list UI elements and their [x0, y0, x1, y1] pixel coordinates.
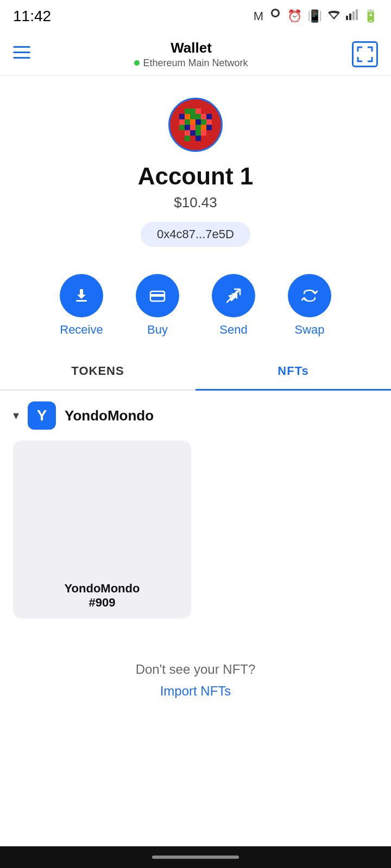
svg-rect-0	[346, 16, 348, 20]
status-icons: M ⏰ 📳 🔋	[254, 8, 378, 24]
import-hint: Don't see your NFT?	[11, 662, 380, 677]
svg-rect-29	[185, 130, 190, 136]
svg-rect-24	[185, 125, 190, 130]
svg-rect-16	[206, 114, 212, 119]
buy-button[interactable]	[136, 274, 179, 317]
svg-rect-21	[201, 119, 206, 125]
svg-rect-5	[13, 52, 30, 53]
svg-rect-20	[195, 119, 201, 125]
svg-rect-28	[206, 125, 212, 130]
svg-rect-25	[190, 125, 195, 130]
swap-label: Swap	[294, 323, 324, 337]
hamburger-menu-icon[interactable]	[13, 46, 30, 63]
send-label: Send	[219, 323, 247, 337]
svg-rect-33	[185, 136, 190, 141]
action-buttons: Receive Buy Send	[0, 258, 391, 348]
svg-rect-1	[349, 14, 351, 20]
nav-center: Wallet Ethereum Main Network	[134, 40, 248, 69]
signal-icon	[346, 9, 358, 23]
account-balance: $10.43	[174, 194, 217, 211]
tab-nfts[interactable]: NFTs	[195, 353, 391, 391]
send-button[interactable]	[212, 274, 255, 317]
avatar	[168, 98, 223, 152]
status-bar: 11:42 M ⏰ 📳 🔋	[0, 0, 391, 33]
svg-rect-8	[185, 108, 190, 114]
svg-rect-34	[195, 136, 201, 141]
svg-rect-27	[201, 125, 206, 130]
alarm-icon: ⏰	[287, 9, 302, 23]
svg-rect-15	[201, 114, 206, 119]
nav-title: Wallet	[171, 40, 212, 56]
account-section: Account 1 $10.43 0x4c87...7e5D	[0, 76, 391, 258]
receive-action[interactable]: Receive	[60, 274, 103, 337]
svg-rect-3	[356, 9, 358, 20]
network-status-dot	[134, 60, 140, 66]
svg-rect-22	[206, 119, 212, 125]
svg-rect-30	[190, 130, 195, 136]
svg-rect-35	[76, 300, 87, 302]
receive-label: Receive	[60, 323, 103, 337]
svg-rect-18	[185, 119, 190, 125]
svg-rect-37	[150, 294, 165, 297]
status-time: 11:42	[13, 8, 51, 25]
notification-icon	[269, 8, 282, 24]
qr-code-button[interactable]	[352, 41, 378, 67]
nft-title: YondoMondo#909	[65, 582, 140, 610]
account-address[interactable]: 0x4c87...7e5D	[141, 222, 250, 247]
send-action[interactable]: Send	[212, 274, 255, 337]
nav-network[interactable]: Ethereum Main Network	[134, 58, 248, 69]
svg-rect-26	[195, 125, 201, 130]
buy-action[interactable]: Buy	[136, 274, 179, 337]
chevron-down-icon[interactable]: ▾	[13, 409, 19, 423]
svg-rect-12	[185, 114, 190, 119]
svg-rect-17	[179, 119, 185, 125]
gmail-icon: M	[254, 9, 263, 23]
nft-card[interactable]: YondoMondo#909	[13, 441, 191, 618]
collection-name: YondoMondo	[65, 407, 154, 424]
nft-grid: YondoMondo#909	[13, 441, 378, 618]
swap-action[interactable]: Swap	[288, 274, 331, 337]
tab-tokens[interactable]: TOKENS	[0, 353, 195, 390]
svg-rect-9	[190, 108, 195, 114]
bottom-bar	[0, 846, 391, 868]
home-indicator	[152, 856, 239, 859]
svg-rect-10	[195, 108, 201, 114]
svg-rect-13	[190, 114, 195, 119]
svg-rect-14	[195, 114, 201, 119]
svg-rect-2	[352, 11, 355, 20]
collection-icon: Y	[28, 401, 56, 430]
tabs: TOKENS NFTs	[0, 353, 391, 391]
svg-rect-31	[195, 130, 201, 136]
network-name: Ethereum Main Network	[143, 58, 248, 69]
vibrate-icon: 📳	[307, 9, 322, 23]
nft-content: ▾ Y YondoMondo YondoMondo#909	[0, 391, 391, 629]
svg-rect-23	[179, 125, 185, 130]
buy-label: Buy	[147, 323, 168, 337]
wifi-icon	[327, 9, 340, 23]
svg-rect-11	[179, 114, 185, 119]
collection-header: ▾ Y YondoMondo	[13, 401, 378, 430]
receive-button[interactable]	[60, 274, 103, 317]
battery-icon: 🔋	[363, 9, 378, 23]
svg-rect-6	[13, 57, 30, 59]
svg-rect-19	[190, 119, 195, 125]
import-section: Don't see your NFT? Import NFTs	[0, 629, 391, 710]
swap-button[interactable]	[288, 274, 331, 317]
svg-rect-32	[201, 130, 206, 136]
account-name: Account 1	[138, 163, 254, 190]
svg-rect-4	[13, 46, 30, 48]
import-nfts-link[interactable]: Import NFTs	[11, 684, 380, 699]
top-nav: Wallet Ethereum Main Network	[0, 33, 391, 76]
